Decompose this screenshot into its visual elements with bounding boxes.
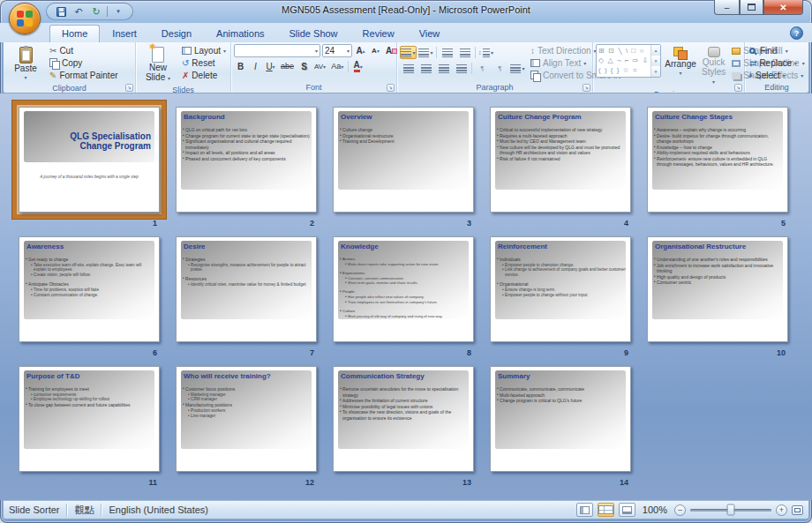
tab-review[interactable]: Review [350,25,407,42]
scroll-down-icon[interactable]: ▾ [651,56,660,66]
slide-thumbnail[interactable]: Awareness •Get ready to change•Take exec… [19,236,160,342]
quick-styles-button[interactable]: QuickStyles ▾ [700,44,727,89]
slide-thumbnail[interactable]: Purpose of T&D •Training for employees t… [19,366,160,472]
underline-button[interactable]: U▾ [264,60,277,72]
slides-group-label: Slides [139,85,228,93]
cut-button[interactable]: ✂Cut [48,45,120,56]
bullets-button[interactable]: ▾ [400,46,417,59]
zoom-slider[interactable] [690,509,771,512]
office-button[interactable] [9,3,41,34]
slide-bullet: •New culture will be developed by QLG an… [497,145,626,156]
replace-button[interactable]: ⇄Replace▾ [748,57,799,69]
columns-button[interactable]: ▾ [509,62,526,75]
slide-thumbnail[interactable]: Reinforcement •Individuals•Empower peopl… [490,236,631,342]
slide-show-view-button[interactable] [619,503,635,517]
grow-font-button[interactable]: A▴ [354,45,367,57]
slide-bullets: •Customer focus positions•Marketing mana… [183,386,312,419]
slide-bullets: •Strategies•Recognise strengths, measure… [183,257,312,288]
slide-bullets: •Critical to successful implementation o… [497,127,626,161]
slide-thumbnail[interactable]: Organisational Restructure •Understandin… [647,236,788,342]
slide-thumbnail[interactable]: Overview •Culture change•Organisational … [333,107,474,213]
align-left-icon [403,64,414,73]
slide-thumbnail[interactable]: Culture Change Program •Critical to succ… [490,107,631,213]
copy-button[interactable]: Copy [48,57,120,69]
paragraph-dialog-launcher[interactable]: ↘ [583,84,590,92]
numbering-button[interactable]: ▾ [417,46,434,59]
shrink-font-button[interactable]: A▾ [369,45,382,57]
shapes-scrollbar[interactable]: ▴ ▾ ▾ [650,45,660,77]
slide-bullet: •Consumer centric [654,280,783,286]
increase-indent-button[interactable] [456,46,473,59]
zoom-in-button[interactable]: + [776,504,787,516]
slide-thumbnail[interactable]: QLG Specialisation Change Program A jour… [19,107,160,213]
new-slide-button[interactable]: ✱ NewSlide ▾ [139,44,177,85]
normal-view-button[interactable] [576,503,593,517]
slide-thumbnail[interactable]: Summary •Communicate, communicate, commu… [490,366,631,472]
fit-to-window-button[interactable] [792,505,803,515]
text-shadow-button[interactable]: S [297,60,311,72]
tab-animations[interactable]: Animations [204,25,276,42]
slide-cell: Purpose of T&D •Training for employees t… [12,360,166,489]
line-spacing-button[interactable]: ↕▾ [477,46,494,59]
align-right-button[interactable] [435,62,452,75]
minimize-icon: – [725,3,730,12]
slide-subtitle: A journey of a thousand miles begins wit… [25,175,154,179]
strikethrough-button[interactable]: abe [279,60,296,72]
drawing-dialog-launcher[interactable]: ↘ [734,84,742,92]
find-button[interactable]: Find [748,45,799,56]
layout-button[interactable]: Layout▾ [180,45,228,56]
zoom-slider-handle[interactable] [727,504,735,516]
rtl-text-button[interactable]: ¶ [492,62,508,75]
maximize-icon [748,4,756,11]
zoom-out-button[interactable]: – [674,504,686,516]
tab-view[interactable]: View [407,25,453,42]
align-left-button[interactable] [400,62,417,75]
italic-button[interactable]: I [249,60,262,72]
justify-button[interactable] [453,62,470,75]
zoom-level[interactable]: 100% [643,504,667,515]
font-name-select[interactable]: ▾ [234,44,320,57]
theme-name[interactable]: 觀點 [74,504,94,517]
select-button[interactable]: Select▾ [748,70,799,81]
tab-design[interactable]: Design [149,25,204,42]
slide-thumbnail[interactable]: Culture Change Stages •Awareness – expla… [647,107,788,213]
scroll-up-icon[interactable]: ▴ [651,45,660,56]
slide-number: 2 [169,219,323,229]
slide-selection-frame: Organisational Restructure •Understandin… [641,230,794,348]
slide-bullet: •Train employees to see themselves in co… [345,300,469,305]
slide-bullets: •Get ready to change•Take executive team… [26,257,154,298]
font-color-button[interactable]: A▾ [351,60,365,72]
arrange-button[interactable]: Arrange ▾ [664,44,697,78]
language-indicator[interactable]: English (United States) [109,504,208,515]
close-button[interactable]: ✕ [763,0,803,15]
font-dialog-launcher[interactable]: ↘ [387,84,395,92]
shapes-gallery[interactable]: ⊞ ⊡ ╲ \ □ ○ ◇ △ ¬ ⌐ ⇨ ⇩ ( ) { } ☆ = ▴ ▾ … [596,44,661,78]
tab-insert[interactable]: Insert [100,25,149,42]
change-case-button[interactable]: Aa▾ [329,60,345,72]
tab-home[interactable]: Home [49,25,100,42]
align-center-button[interactable] [417,62,434,75]
paste-button[interactable]: Paste ▾ [6,44,45,83]
maximize-button[interactable] [740,0,763,15]
bold-button[interactable]: B [234,60,247,72]
help-button[interactable]: ? [790,26,803,40]
slide-sorter-area[interactable]: QLG Specialisation Change Program A jour… [0,93,812,500]
decrease-indent-button[interactable] [439,46,455,59]
tab-slide-show[interactable]: Slide Show [277,25,350,42]
slide-sorter-view-button[interactable] [598,503,614,517]
minimize-button[interactable]: – [714,0,740,15]
ltr-text-button[interactable]: ¶ [474,62,491,75]
slide-thumbnail[interactable]: Knowledge •Actions•Make direct reports t… [333,236,474,342]
character-spacing-button[interactable]: AV▾ [312,60,327,72]
font-size-select[interactable]: 24▾ [322,44,352,57]
clipboard-dialog-launcher[interactable]: ↘ [125,84,133,92]
format-painter-button[interactable]: ✎Format Painter [48,70,120,81]
window-title: MGN505 Assessment [Read-Only] - Microsof… [0,4,812,15]
reset-button[interactable]: ↺Reset [180,57,228,69]
gallery-more-icon[interactable]: ▾ [651,66,660,77]
slide-thumbnail[interactable]: Desire •Strategies•Recognise strengths, … [176,236,317,342]
delete-button[interactable]: ✗Delete [180,70,228,81]
slide-thumbnail[interactable]: Who will receive training? •Customer foc… [176,366,317,472]
slide-thumbnail[interactable]: Background •QLG on critical path for net… [176,107,317,213]
slide-thumbnail[interactable]: Communication Strategy •Remove uncertain… [333,366,474,472]
